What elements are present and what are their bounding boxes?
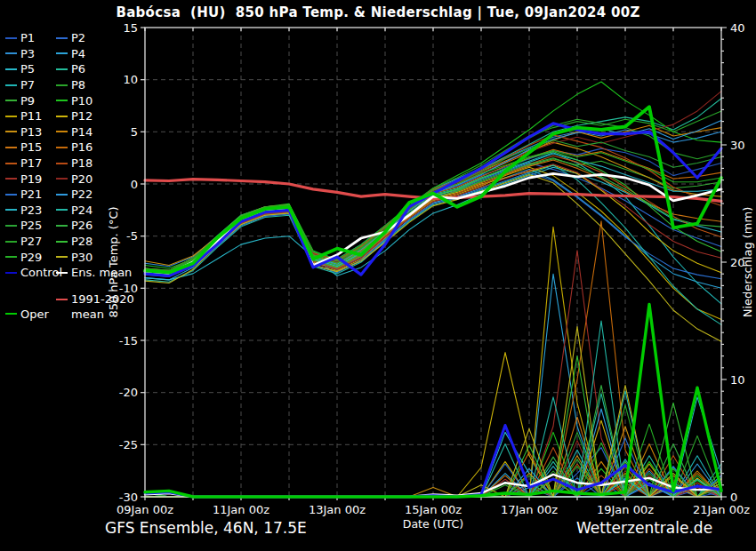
legend-swatch [56, 225, 68, 227]
legend-label: P10 [71, 94, 92, 108]
legend-swatch [5, 116, 17, 117]
legend-swatch [5, 313, 17, 315]
legend-label: P12 [71, 109, 92, 123]
legend-row: P21P22 [5, 187, 143, 203]
legend-swatch [5, 52, 17, 54]
legend-label: 1991-2020mean [71, 291, 134, 322]
svg-text:21Jan 00z: 21Jan 00z [693, 503, 750, 516]
legend-row: P3P4 [5, 46, 143, 62]
legend-label: P3 [20, 47, 35, 60]
legend-swatch [5, 68, 17, 70]
legend-item-p12: P12 [56, 109, 107, 123]
x-axis-title: Date (UTC) [403, 517, 463, 531]
legend-item-ens-mean: Ens. mean [56, 266, 141, 279]
legend-label: Oper [20, 307, 49, 321]
legend-label: P9 [20, 94, 35, 108]
legend-swatch [56, 272, 68, 274]
legend-swatch [56, 147, 68, 148]
legend-item-control: Control [5, 266, 56, 279]
legend-swatch [5, 241, 17, 243]
legend-item-p2: P2 [56, 31, 107, 44]
legend-item-p11: P11 [5, 109, 56, 123]
legend-item-p25: P25 [5, 219, 56, 232]
legend-label: P15 [20, 140, 42, 154]
y-axis-label-precip: Niederschlag (mm) [741, 207, 754, 318]
legend-swatch [5, 37, 17, 39]
legend-row: P1P2 [5, 30, 143, 46]
legend-label: P25 [20, 219, 42, 232]
legend-swatch [5, 272, 17, 274]
legend-swatch [56, 178, 68, 180]
svg-text:19Jan 00z: 19Jan 00z [597, 503, 654, 516]
legend-bottom-block: 1991-2020meanOper [5, 284, 143, 341]
legend-swatch [56, 209, 68, 211]
legend-label: P23 [20, 204, 42, 217]
legend-swatch [5, 84, 17, 86]
legend-item-p6: P6 [56, 62, 107, 76]
legend-label: P14 [71, 125, 92, 139]
legend-item-p9: P9 [5, 94, 56, 108]
legend-item-p17: P17 [5, 156, 56, 170]
legend-label: P11 [20, 109, 42, 123]
legend-item-p22: P22 [56, 188, 107, 201]
legend-label: P18 [71, 156, 92, 170]
legend-item-oper: Oper [5, 307, 49, 321]
legend-swatch [56, 131, 68, 132]
svg-text:40: 40 [730, 21, 745, 35]
legend-swatch [56, 256, 68, 258]
svg-text:0: 0 [730, 491, 737, 504]
legend-item-p30: P30 [56, 251, 107, 264]
svg-text:10: 10 [730, 373, 745, 387]
legend-item-p4: P4 [56, 47, 107, 60]
svg-text:15Jan 00z: 15Jan 00z [405, 503, 462, 516]
svg-text:-20: -20 [119, 386, 138, 399]
legend-item-p8: P8 [56, 78, 107, 92]
legend-swatch [5, 225, 17, 227]
legend-label: P8 [71, 78, 85, 92]
legend-swatch [56, 194, 68, 196]
legend-label: P4 [71, 47, 85, 60]
legend-item-p10: P10 [56, 94, 107, 108]
legend-row: P17P18 [5, 156, 143, 172]
legend-label: P21 [20, 188, 42, 201]
weather-chart-page: { "title": "Babócsa (HU) 850 hPa Temp. &… [0, 0, 756, 551]
legend-item-p26: P26 [56, 219, 107, 232]
legend-swatch [5, 194, 17, 196]
legend-label: P16 [71, 140, 92, 154]
legend-item-p27: P27 [5, 235, 56, 248]
legend-row: P19P20 [5, 171, 143, 187]
legend-swatch [56, 37, 68, 39]
legend-item-p5: P5 [5, 62, 56, 76]
legend-label: P7 [20, 78, 35, 92]
svg-text:13Jan 00z: 13Jan 00z [309, 503, 366, 516]
legend-swatch [56, 116, 68, 117]
legend-label: P28 [71, 235, 92, 248]
legend-label: Ens. mean [71, 266, 132, 279]
y-axis-label-temp: 850 hPa Temp. (°C) [107, 206, 120, 317]
legend-item-p1: P1 [5, 31, 56, 44]
legend-label: P29 [20, 251, 42, 264]
legend-label: P17 [20, 156, 42, 170]
legend-item-p29: P29 [5, 251, 56, 264]
svg-text:09Jan 00z: 09Jan 00z [117, 503, 173, 516]
legend-row: P7P8 [5, 77, 143, 93]
legend-item-p23: P23 [5, 204, 56, 217]
legend-swatch [56, 299, 68, 300]
legend-item-p24: P24 [56, 204, 107, 217]
svg-text:-25: -25 [119, 438, 138, 451]
legend-row: P15P16 [5, 140, 143, 156]
legend-swatch [56, 241, 68, 243]
legend-label: P6 [71, 62, 85, 76]
legend-row: P13P14 [5, 124, 143, 140]
legend-label: P2 [71, 31, 85, 44]
legend-item-p15: P15 [5, 140, 56, 154]
legend-row: P27P28 [5, 234, 143, 250]
legend-item-p13: P13 [5, 125, 56, 139]
legend-row: P5P6 [5, 61, 143, 77]
legend-swatch [5, 209, 17, 211]
legend-item-p14: P14 [56, 125, 107, 139]
legend-row: P9P10 [5, 92, 143, 108]
legend-swatch [56, 100, 68, 101]
svg-text:-30: -30 [119, 491, 138, 504]
svg-text:11Jan 00z: 11Jan 00z [213, 503, 269, 516]
